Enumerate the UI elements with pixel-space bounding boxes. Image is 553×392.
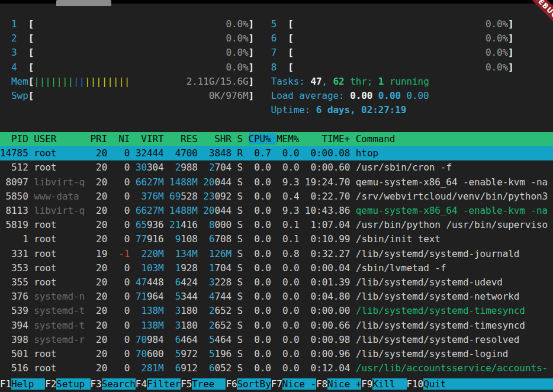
column-header-cpu[interactable]: CPU% (249, 133, 277, 144)
cell-cpu: 0.0 (249, 205, 271, 216)
column-header-command[interactable]: Command (356, 133, 553, 144)
column-header-user[interactable]: USER (34, 133, 90, 144)
fnbar-button-sortby[interactable]: F6SortBy (226, 378, 271, 390)
tasks-running: 1 (378, 76, 384, 87)
cpu-meter-value-6: 0.0% (486, 33, 508, 44)
process-row[interactable]: 8097 libvirt-q 20 0 6627M 1488M 20044 S … (0, 175, 553, 189)
cell-res: 21 (169, 219, 181, 230)
process-row[interactable]: 353 root 20 0 103M 1928 1704 S 0.0 0.0 0… (0, 261, 553, 275)
cell-cpu: 0.0 (249, 233, 271, 245)
cell-state: S (237, 305, 243, 316)
window-tab[interactable] (56, 0, 111, 6)
fnbar-button-tree[interactable]: F5Tree (181, 378, 226, 390)
mem-meter-value: 2.11G/15.6G (187, 76, 249, 87)
column-header-s[interactable]: S (237, 133, 248, 144)
cell-command: qemu-system-x86_64 -enable-kvm -na (356, 176, 553, 188)
fn-key-f10: F10 (407, 378, 424, 390)
cell-time: 0:12.04 (305, 362, 350, 374)
cell-cpu: 0.0 (249, 262, 271, 274)
process-row[interactable]: 14785 root 20 0 32444 4700 3848 R 0.7 0.… (0, 146, 553, 160)
column-header-virt[interactable]: VIRT (136, 133, 169, 144)
process-row[interactable]: 1 root 20 0 77916 9108 6708 S 0.0 0.1 0:… (0, 232, 553, 246)
cell-pri: 20 (91, 334, 108, 345)
cell-state: S (237, 219, 243, 230)
cell-time: 10:43.86 (305, 205, 350, 216)
cell-ni: 0 (113, 348, 130, 359)
process-row[interactable]: 398 systemd-r 20 0 70984 6464 5464 S 0.0… (0, 333, 553, 347)
meter-close-bracket: ] (508, 47, 514, 58)
cell-command: /lib/systemd/systemd-udevd (356, 277, 553, 288)
cell-virt: 376M (141, 191, 163, 202)
cell-command: /lib/systemd/systemd-timesyncd (356, 305, 553, 316)
cell-pri: 19 (91, 248, 108, 259)
cell-pri: 20 (91, 320, 108, 331)
fnbar-button-help[interactable]: F1Help (0, 378, 45, 390)
cell-pid: 8097 (0, 176, 28, 188)
column-header-pid[interactable]: PID (0, 133, 34, 144)
column-header-res[interactable]: RES (169, 133, 203, 144)
column-header-time[interactable]: TIME+ (305, 133, 356, 144)
cell-pri: 20 (91, 205, 108, 216)
meter-open-bracket: [ (288, 62, 294, 73)
process-row[interactable]: 512 root 20 0 30304 2988 2704 S 0.0 0.0 … (0, 160, 553, 175)
uptime-value: 6 days, 02:27:19 (316, 104, 407, 115)
process-row[interactable]: 394 systemd-t 20 0 138M 3180 2652 S 0.0 … (0, 319, 553, 333)
cell-ni: 0 (113, 191, 130, 202)
cell-mem: 9.3 (276, 176, 299, 188)
cell-res: 69 (169, 191, 181, 202)
cell-command: /usr/lib/accountsservice/accounts- (356, 362, 553, 374)
fnbar-button-setup[interactable]: F2Setup (45, 378, 90, 390)
cell-state: S (237, 320, 243, 331)
cell-user: libvirt-q (34, 176, 85, 188)
meter-close-bracket: ] (249, 18, 255, 30)
process-row[interactable]: 5819 root 20 0 65936 21416 8000 S 0.0 0.… (0, 218, 553, 232)
fn-key-f4: F4 (136, 378, 147, 390)
column-header-shr[interactable]: SHR (203, 133, 237, 144)
cell-ni: 0 (113, 162, 130, 173)
fnbar-button-nice-[interactable]: F8Nice + (316, 378, 361, 390)
fnbar-button-quit[interactable]: F10Quit (407, 378, 446, 390)
process-row[interactable]: 355 root 20 0 47448 6424 3228 S 0.0 0.0 … (0, 275, 553, 290)
column-header-pri[interactable]: PRI (91, 133, 113, 144)
cell-pri: 20 (91, 162, 108, 173)
cell-command: /lib/systemd/systemd-timesyncd (356, 320, 553, 331)
fnbar-button-filter[interactable]: F4Filter (136, 378, 181, 390)
meter-close-bracket: ] (249, 76, 255, 87)
cpu-meter-label-1: 1 (11, 18, 17, 30)
cell-mem: 0.0 (276, 291, 299, 302)
cell-time: 0:01.39 (305, 277, 350, 288)
process-row[interactable]: 516 root 20 0 281M 6912 6052 S 0.0 0.0 0… (0, 361, 553, 375)
cell-pri: 20 (91, 219, 108, 230)
cell-mem: 0.0 (276, 320, 299, 331)
column-header-ni[interactable]: NI (113, 133, 136, 144)
cell-mem: 0.0 (276, 147, 299, 159)
process-row[interactable]: 8113 libvirt-q 20 0 6627M 1488M 20044 S … (0, 204, 553, 218)
fnbar-button-nice-[interactable]: F7Nice - (271, 378, 316, 390)
cell-pid: 1 (0, 233, 28, 245)
fnbar-button-search[interactable]: F3Search (91, 378, 136, 390)
process-row[interactable]: 331 root 19 -1 220M 134M 126M S 0.0 0.8 … (0, 247, 553, 261)
process-row[interactable]: 501 root 20 0 70600 5972 5196 S 0.0 0.0 … (0, 347, 553, 361)
meter-open-bracket: [ (28, 90, 34, 101)
cell-user: root (34, 162, 85, 173)
fn-key-f8: F8 (316, 378, 327, 390)
cell-mem: 0.0 (276, 348, 299, 359)
cell-pid: 5850 (0, 191, 28, 202)
process-row[interactable]: 5850 www-data 20 0 376M 69528 23092 S 0.… (0, 189, 553, 204)
fnbar-button-kill[interactable]: F9Kill (361, 378, 406, 390)
cell-state: S (237, 262, 243, 274)
column-header-mem[interactable]: MEM% (276, 133, 305, 144)
process-row[interactable]: 376 systemd-n 20 0 71964 5344 4744 S 0.0… (0, 290, 553, 304)
cell-user: libvirt-q (34, 205, 85, 216)
process-row[interactable]: 539 systemd-t 20 0 138M 3180 2652 S 0.0 … (0, 304, 553, 318)
cell-state: S (237, 291, 243, 302)
cpu-meter-value-1: 0.0% (226, 18, 248, 30)
swp-load-row: Swp[ 0K/976M] Load average: 0.00 0.00 0.… (0, 89, 514, 103)
cell-state: S (237, 191, 243, 202)
tasks-threads: 62 (333, 76, 345, 87)
cell-res: 2 (175, 162, 181, 173)
cell-user: root (34, 233, 85, 245)
cell-virt: 30 (136, 162, 147, 173)
cpu-meter-value-3: 0.0% (226, 47, 248, 58)
cell-pid: 512 (0, 162, 28, 173)
